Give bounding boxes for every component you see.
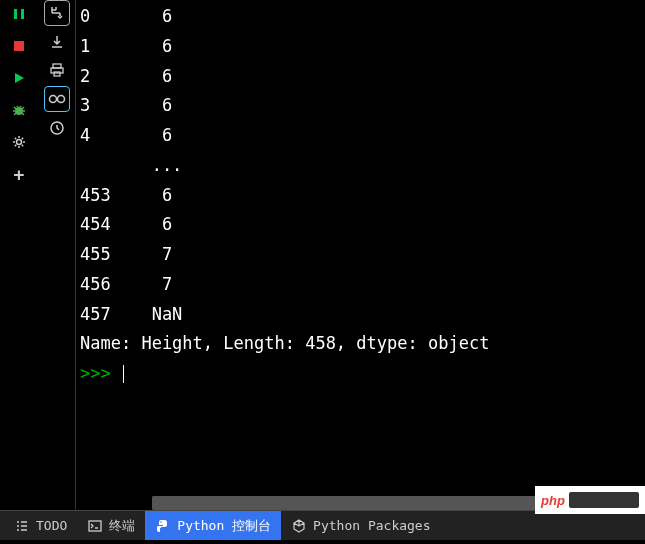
download-icon[interactable] xyxy=(45,30,69,54)
watermark: php xyxy=(535,486,645,514)
output-line: 3 6 xyxy=(80,91,641,121)
tab-label: 终端 xyxy=(109,517,135,535)
output-line: 2 6 xyxy=(80,62,641,92)
cursor-icon xyxy=(123,365,124,383)
watermark-rest xyxy=(569,492,639,508)
tab-label: Python 控制台 xyxy=(177,517,271,535)
svg-line-10 xyxy=(17,106,18,107)
svg-line-9 xyxy=(22,113,24,115)
inspect-icon[interactable] xyxy=(44,86,70,112)
stop-icon[interactable] xyxy=(7,34,31,58)
output-line: 457 NaN xyxy=(80,300,641,330)
svg-point-20 xyxy=(161,521,163,523)
console-output[interactable]: 0 6 1 6 2 6 3 6 4 6 ... 453 6 454 6 455 … xyxy=(76,0,645,510)
print-icon[interactable] xyxy=(45,58,69,82)
tab-python-console[interactable]: Python 控制台 xyxy=(145,511,281,540)
tab-label: Python Packages xyxy=(313,518,430,533)
history-icon[interactable] xyxy=(45,116,69,140)
svg-rect-19 xyxy=(89,521,101,531)
settings-icon[interactable] xyxy=(7,130,31,154)
svg-rect-1 xyxy=(21,9,24,19)
svg-point-17 xyxy=(57,96,64,103)
output-line: 456 7 xyxy=(80,270,641,300)
packages-icon xyxy=(291,518,307,534)
svg-point-12 xyxy=(17,140,22,145)
output-line: 455 7 xyxy=(80,240,641,270)
svg-line-11 xyxy=(20,106,21,107)
bug-icon[interactable] xyxy=(7,98,31,122)
svg-rect-2 xyxy=(14,41,24,51)
output-line: 4 6 xyxy=(80,121,641,151)
add-icon[interactable]: + xyxy=(7,162,31,186)
tab-python-packages[interactable]: Python Packages xyxy=(281,511,440,540)
prompt-line[interactable]: >>> xyxy=(80,359,641,389)
output-line: 453 6 xyxy=(80,181,641,211)
svg-point-16 xyxy=(49,96,56,103)
watermark-brand: php xyxy=(541,493,565,508)
svg-rect-0 xyxy=(14,9,17,19)
output-line: 0 6 xyxy=(80,2,641,32)
output-line: 454 6 xyxy=(80,210,641,240)
left-toolbar: + xyxy=(0,0,38,510)
svg-line-8 xyxy=(14,113,16,115)
svg-line-7 xyxy=(22,107,24,109)
tab-todo[interactable]: TODO xyxy=(4,511,77,540)
tab-terminal[interactable]: 终端 xyxy=(77,511,145,540)
play-icon[interactable] xyxy=(7,66,31,90)
output-summary: Name: Height, Length: 458, dtype: object xyxy=(80,329,641,359)
terminal-icon xyxy=(87,518,103,534)
python-icon xyxy=(155,518,171,534)
bottom-tabs: TODO 终端 Python 控制台 Python Packages xyxy=(0,510,645,540)
prompt-indicator: >>> xyxy=(80,363,121,383)
list-icon xyxy=(14,518,30,534)
pause-icon[interactable] xyxy=(7,2,31,26)
console-toolbar xyxy=(38,0,76,510)
svg-rect-15 xyxy=(54,72,60,76)
output-line: 1 6 xyxy=(80,32,641,62)
output-ellipsis: ... xyxy=(80,151,641,181)
svg-line-6 xyxy=(14,107,16,109)
branch-icon[interactable] xyxy=(44,0,70,26)
tab-label: TODO xyxy=(36,518,67,533)
